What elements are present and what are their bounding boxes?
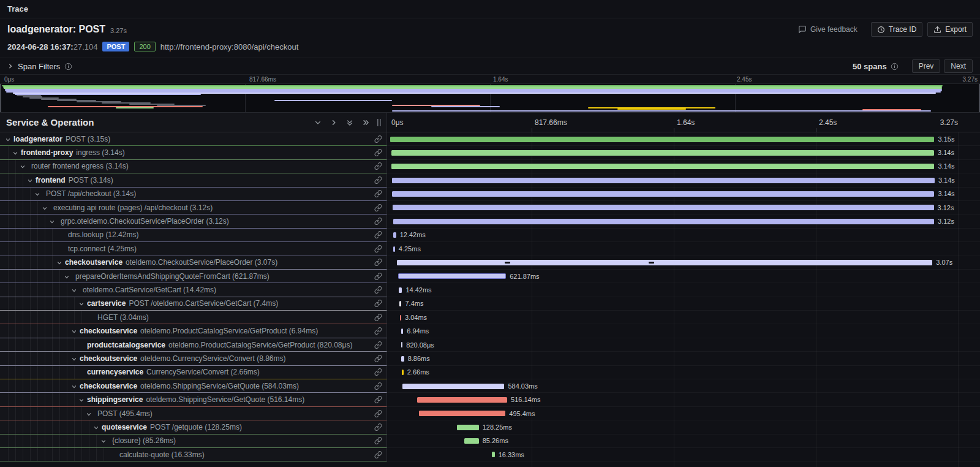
span-row[interactable]: oteldemo.CartService/GetCart (14.42ms) 1… xyxy=(0,283,980,297)
span-bar[interactable] xyxy=(393,232,396,238)
span-row[interactable]: calculate-quote (16.33ms) 16.33ms xyxy=(0,448,980,461)
span-toggle[interactable] xyxy=(27,177,36,184)
chevron-down-icon[interactable] xyxy=(71,384,77,390)
span-row[interactable]: frontend POST (3.14s) 3.14s xyxy=(0,173,980,187)
span-toggle[interactable] xyxy=(71,382,80,390)
span-link-icon[interactable] xyxy=(374,203,382,211)
span-toggle[interactable] xyxy=(78,396,87,403)
span-bar[interactable] xyxy=(392,191,934,197)
span-bar[interactable] xyxy=(393,246,395,252)
span-row[interactable]: HGET (3.04ms) 3.04ms xyxy=(0,311,980,324)
expand-one-icon[interactable] xyxy=(330,119,337,126)
span-row[interactable]: quoteservice POST /getquote (128.25ms) 1… xyxy=(0,420,980,434)
span-bar[interactable] xyxy=(397,260,932,265)
span-link-icon[interactable] xyxy=(374,231,382,239)
span-link-icon[interactable] xyxy=(374,396,382,404)
span-toggle[interactable] xyxy=(64,273,72,280)
span-link-icon[interactable] xyxy=(374,149,382,157)
span-bar[interactable] xyxy=(401,328,404,334)
trace-id-button[interactable]: Trace ID xyxy=(871,22,923,37)
chevron-down-icon[interactable] xyxy=(42,205,48,211)
span-link-icon[interactable] xyxy=(374,190,382,198)
chevron-down-icon[interactable] xyxy=(71,328,77,335)
chevron-down-icon[interactable] xyxy=(78,301,85,307)
span-bar[interactable] xyxy=(402,370,403,375)
span-bar[interactable] xyxy=(457,425,479,430)
span-link-icon[interactable] xyxy=(374,368,382,376)
span-row[interactable]: shippingservice oteldemo.ShippingService… xyxy=(0,393,980,406)
span-row[interactable]: POST /api/checkout (3.14s) 3.14s xyxy=(0,188,980,201)
span-row[interactable]: frontend-proxy ingress (3.14s) 3.14s xyxy=(0,146,980,159)
span-row[interactable]: productcatalogservice oteldemo.ProductCa… xyxy=(0,338,980,352)
chevron-down-icon[interactable] xyxy=(71,356,77,362)
span-toggle[interactable] xyxy=(78,300,87,307)
span-toggle[interactable] xyxy=(100,437,109,444)
span-link-icon[interactable] xyxy=(374,313,382,321)
span-link-icon[interactable] xyxy=(374,259,382,267)
span-bar[interactable] xyxy=(392,178,935,183)
export-button[interactable]: Export xyxy=(927,22,973,37)
span-bar[interactable] xyxy=(400,315,401,321)
span-row[interactable]: loadgenerator POST (3.15s) 3.15s xyxy=(0,132,980,146)
span-toggle[interactable] xyxy=(42,204,50,211)
span-link-icon[interactable] xyxy=(374,162,382,170)
span-bar[interactable] xyxy=(393,205,933,210)
span-toggle[interactable] xyxy=(93,423,102,431)
span-row[interactable]: dns.lookup (12.42ms) 12.42ms xyxy=(0,229,980,242)
span-bar[interactable] xyxy=(419,411,505,416)
span-bar[interactable] xyxy=(401,356,404,362)
span-row[interactable]: POST (495.4ms) 495.4ms xyxy=(0,407,980,420)
span-row[interactable]: grpc.oteldemo.CheckoutService/PlaceOrder… xyxy=(0,215,980,228)
span-link-icon[interactable] xyxy=(374,286,382,294)
span-bar[interactable] xyxy=(399,287,402,293)
chevron-down-icon[interactable] xyxy=(20,164,26,170)
span-link-icon[interactable] xyxy=(374,409,382,417)
collapse-one-icon[interactable] xyxy=(314,119,322,126)
collapse-all-icon[interactable] xyxy=(346,119,353,126)
span-toggle[interactable] xyxy=(86,410,94,417)
span-link-icon[interactable] xyxy=(374,423,382,431)
span-link-icon[interactable] xyxy=(374,437,382,445)
chevron-down-icon[interactable] xyxy=(56,260,62,266)
span-bar[interactable] xyxy=(391,150,934,156)
give-feedback-link[interactable]: Give feedback xyxy=(798,25,858,34)
span-link-icon[interactable] xyxy=(374,272,382,280)
span-link-icon[interactable] xyxy=(374,354,382,362)
span-row[interactable]: prepareOrderItemsAndShippingQuoteFromCar… xyxy=(0,270,980,283)
column-resize-grip[interactable] xyxy=(377,118,382,127)
span-toggle[interactable] xyxy=(20,162,28,170)
span-link-icon[interactable] xyxy=(374,300,382,308)
span-toggle[interactable] xyxy=(5,135,13,143)
minimap-canvas[interactable] xyxy=(0,83,980,113)
chevron-down-icon[interactable] xyxy=(100,438,107,444)
span-bar[interactable] xyxy=(399,301,402,306)
span-row[interactable]: executing api route (pages) /api/checkou… xyxy=(0,201,980,215)
span-link-icon[interactable] xyxy=(374,341,382,349)
span-row[interactable]: {closure} (85.26ms) 85.26ms xyxy=(0,435,980,448)
span-toggle[interactable] xyxy=(12,149,21,156)
expand-all-icon[interactable] xyxy=(362,119,369,126)
span-link-icon[interactable] xyxy=(374,450,382,458)
span-bar[interactable] xyxy=(464,438,479,444)
chevron-down-icon[interactable] xyxy=(49,219,55,225)
chevron-down-icon[interactable] xyxy=(71,287,77,294)
span-row[interactable]: checkoutservice oteldemo.CurrencyService… xyxy=(0,352,980,365)
span-bar[interactable] xyxy=(390,137,934,142)
span-bar[interactable] xyxy=(393,219,934,224)
chevron-down-icon[interactable] xyxy=(5,137,11,143)
span-bar[interactable] xyxy=(391,164,934,169)
span-row[interactable]: checkoutservice oteldemo.ShippingService… xyxy=(0,379,980,393)
span-filters-toggle[interactable]: Span Filters xyxy=(7,62,72,71)
span-row[interactable]: router frontend egress (3.14s) 3.14s xyxy=(0,160,980,173)
span-bar[interactable] xyxy=(398,273,506,279)
span-toggle[interactable] xyxy=(56,259,65,266)
chevron-down-icon[interactable] xyxy=(78,397,85,403)
chevron-down-icon[interactable] xyxy=(27,178,33,184)
span-toggle[interactable] xyxy=(34,190,43,197)
span-link-icon[interactable] xyxy=(374,245,382,252)
span-toggle[interactable] xyxy=(71,327,80,335)
minimap-left-handle[interactable] xyxy=(0,84,1,112)
chevron-down-icon[interactable] xyxy=(12,150,18,156)
span-toggle[interactable] xyxy=(71,355,80,362)
span-bar[interactable] xyxy=(401,342,402,347)
